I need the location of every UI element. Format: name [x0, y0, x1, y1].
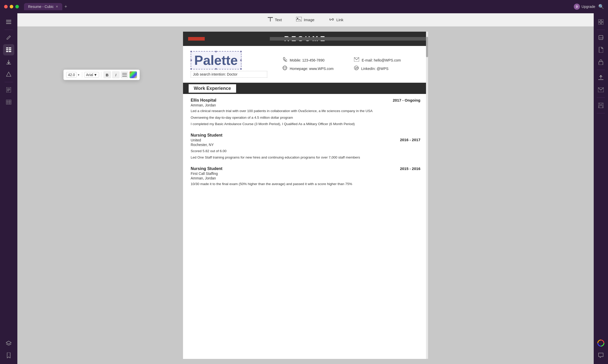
sidebar-divider-1 — [5, 30, 13, 30]
minimize-button[interactable] — [10, 5, 13, 8]
svg-rect-26 — [599, 62, 603, 65]
sidebar-item-table[interactable] — [3, 96, 14, 108]
linkedin-icon — [354, 66, 359, 71]
close-button[interactable] — [4, 5, 8, 8]
right-icon-upload[interactable] — [595, 72, 606, 83]
employer-3: Nursing Student — [191, 166, 222, 171]
svg-marker-10 — [6, 72, 11, 76]
desc-1-2: Overseeing the day-to-day operation of a… — [191, 115, 420, 120]
desc-2-1: Scored 5.82 out of 6.00 — [191, 148, 420, 154]
svg-rect-9 — [6, 64, 11, 64]
email-text: E-mail: hello@WPS.com — [362, 58, 401, 62]
link-tool-icon — [329, 17, 334, 22]
handle-br — [240, 68, 242, 70]
text-tool-icon — [268, 17, 273, 23]
upgrade-label: Upgrade — [581, 5, 595, 9]
scrollbar-track[interactable] — [426, 32, 428, 359]
svg-rect-8 — [9, 51, 11, 52]
name-box[interactable]: Palette — [191, 51, 241, 69]
handle-tr — [240, 51, 242, 53]
right-icon-doc[interactable] — [595, 44, 606, 55]
contact-linkedin: LinkedIn: @WPS — [354, 66, 420, 71]
new-tab-button[interactable]: + — [64, 4, 67, 9]
resume-name[interactable]: Palette — [194, 54, 238, 67]
scrollbar-thumb[interactable] — [426, 37, 428, 57]
svg-rect-33 — [268, 17, 273, 18]
bold-button[interactable]: B — [103, 71, 111, 78]
window-controls — [4, 5, 19, 8]
handle-tl — [190, 51, 192, 53]
upgrade-button[interactable]: D Upgrade — [574, 4, 595, 10]
right-icon-ocr[interactable]: OCR — [595, 32, 606, 43]
right-divider-3 — [597, 98, 605, 98]
location-3a: First Call Staffing — [191, 172, 420, 176]
desc-2-2: Led One Staff training programs for new … — [191, 155, 420, 160]
employer-1: Ellis Hospital — [191, 98, 216, 103]
contact-info: Mobile: 123-456-7890 E-mail: hello@WPS.c… — [272, 57, 420, 71]
left-sidebar — [0, 13, 17, 364]
svg-rect-31 — [599, 106, 603, 108]
header-bar-right — [270, 37, 428, 41]
resume-header: RESUME — [183, 32, 428, 46]
font-family-select[interactable]: Arial ▼ — [84, 72, 99, 78]
svg-rect-1 — [6, 22, 11, 22]
contact-mobile: Mobile: 123-456-7890 — [283, 57, 349, 63]
sidebar-divider-2 — [5, 82, 13, 82]
work-entry-1-header: Ellis Hospital 2017 - Ongoing — [191, 98, 420, 103]
handle-ml — [190, 59, 192, 61]
list-button[interactable] — [121, 71, 128, 78]
image-tool[interactable]: Image — [293, 15, 318, 24]
work-entry-3: Nursing Student 2015 - 2016 First Call S… — [191, 166, 420, 187]
link-tool-label: Link — [336, 18, 344, 22]
svg-rect-30 — [600, 103, 602, 105]
active-tab[interactable]: Resume - Cubic ✕ — [24, 3, 62, 10]
handle-bl — [190, 68, 192, 70]
date-2: 2016 - 2017 — [400, 138, 420, 142]
name-section: Palette Job search intention: Doctor Mob… — [183, 46, 428, 83]
right-icon-mail[interactable] — [595, 84, 606, 95]
font-size-value[interactable]: 42.0 — [66, 72, 77, 78]
web-icon — [283, 66, 287, 71]
sidebar-item-shape[interactable] — [3, 69, 14, 80]
sidebar-item-edit[interactable] — [3, 32, 14, 43]
right-icon-colorful[interactable] — [595, 337, 606, 349]
work-entry-2-header: Nursing Student — [191, 133, 420, 138]
color-picker-button[interactable] — [129, 71, 137, 78]
font-size-arrow[interactable]: ▼ — [77, 74, 80, 76]
contact-homepage: Homepage: www.WPS.com — [283, 66, 349, 71]
right-icon-grid[interactable] — [595, 16, 606, 28]
right-divider-4 — [597, 113, 605, 113]
tab-close-icon[interactable]: ✕ — [56, 5, 58, 8]
right-divider-1 — [597, 30, 605, 30]
location-3b: Amman, Jordan — [191, 176, 420, 180]
floating-toolbar: 42.0 ▼ Arial ▼ B I — [63, 69, 140, 80]
phone-icon — [283, 57, 287, 63]
italic-button[interactable]: I — [112, 71, 120, 78]
right-divider-2 — [597, 70, 605, 70]
email-icon — [354, 57, 359, 63]
sidebar-item-list[interactable] — [3, 44, 14, 55]
job2-location-date: United Rochester, NY 2016 - 2017 — [191, 138, 420, 147]
svg-rect-6 — [9, 49, 11, 50]
employer-2: Nursing Student — [191, 133, 222, 138]
right-icon-save[interactable] — [595, 100, 606, 111]
location-2a: United — [191, 138, 214, 142]
sidebar-item-download[interactable] — [3, 56, 14, 68]
font-select-arrow: ▼ — [94, 73, 97, 77]
mobile-text: Mobile: 123-456-7890 — [290, 58, 324, 62]
sidebar-item-layers[interactable] — [3, 337, 14, 349]
right-icon-lock[interactable] — [595, 56, 606, 68]
image-tool-icon — [296, 17, 302, 23]
text-tool[interactable]: Text — [265, 15, 285, 25]
sidebar-item-notes[interactable] — [3, 84, 14, 95]
right-icon-comment[interactable] — [595, 350, 606, 361]
font-size-control[interactable]: 42.0 ▼ — [66, 72, 80, 78]
image-tool-label: Image — [304, 18, 314, 22]
sidebar-item-bookmark[interactable] — [3, 350, 14, 361]
user-avatar: D — [574, 4, 580, 10]
svg-rect-0 — [6, 20, 11, 21]
sidebar-item-menu[interactable] — [3, 16, 14, 28]
link-tool[interactable]: Link — [326, 16, 347, 24]
search-icon[interactable]: 🔍 — [598, 4, 604, 9]
maximize-button[interactable] — [15, 5, 19, 8]
